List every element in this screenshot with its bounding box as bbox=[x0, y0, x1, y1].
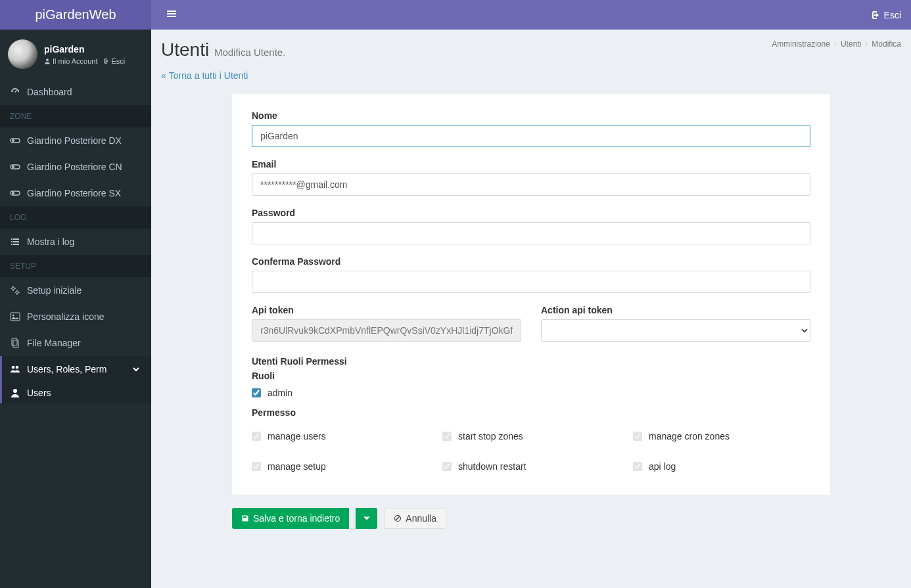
sidebar-header-setup: SETUP bbox=[0, 255, 151, 277]
permission-label-3: manage setup bbox=[268, 461, 326, 472]
sidebar-header-log: LOG bbox=[0, 206, 151, 229]
breadcrumb-current: Modifica bbox=[872, 39, 901, 49]
dashboard-icon bbox=[10, 87, 20, 97]
list-icon bbox=[10, 237, 20, 247]
breadcrumb-users[interactable]: Utenti bbox=[841, 39, 861, 49]
avatar bbox=[8, 39, 37, 69]
svg-point-6 bbox=[12, 192, 14, 194]
role-label-0: admin bbox=[268, 388, 292, 398]
permission-checkbox-4[interactable] bbox=[442, 462, 452, 471]
user-logout-link[interactable]: Esci bbox=[103, 57, 125, 65]
toggle-icon bbox=[10, 188, 20, 198]
svg-rect-12 bbox=[13, 340, 18, 348]
permission-label-0: manage users bbox=[268, 431, 326, 441]
permissions-label: Permesso bbox=[252, 407, 810, 418]
sidebar-subitem-users[interactable]: Users bbox=[0, 382, 151, 403]
save-dropdown-button[interactable] bbox=[356, 508, 377, 529]
action-api-token-label: Action api token bbox=[541, 305, 810, 315]
sidebar-item-icons[interactable]: Personalizza icone bbox=[0, 304, 151, 330]
sidebar-item-zone-0[interactable]: Giardino Posteriore DX bbox=[0, 127, 151, 154]
svg-point-7 bbox=[12, 287, 14, 290]
sidebar-item-setup[interactable]: Setup iniziale bbox=[0, 277, 151, 304]
api-token-label: Api token bbox=[252, 305, 521, 315]
permission-label-5: api log bbox=[649, 461, 676, 472]
sidebar-item-showlog[interactable]: Mostra i log bbox=[0, 229, 151, 255]
permission-checkbox-3[interactable] bbox=[252, 462, 261, 471]
name-label: Nome bbox=[252, 110, 810, 121]
svg-line-17 bbox=[396, 516, 400, 520]
sidebar-item-dashboard[interactable]: Dashboard bbox=[0, 79, 151, 105]
my-account-link[interactable]: Il mio Account bbox=[44, 57, 97, 65]
user-name: piGarden bbox=[44, 44, 125, 55]
sidebar-item-users-roles-perm[interactable]: Users, Roles, Perm bbox=[0, 356, 151, 382]
chevron-down-icon bbox=[131, 364, 141, 374]
ban-icon bbox=[394, 514, 402, 522]
svg-point-15 bbox=[13, 389, 17, 393]
api-token-input bbox=[252, 319, 521, 342]
sidebar-item-zone-1[interactable]: Giardino Posteriore CN bbox=[0, 154, 151, 180]
password-confirm-label: Conferma Password bbox=[252, 256, 810, 267]
permission-label-4: shutdown restart bbox=[458, 461, 526, 472]
permission-checkbox-0[interactable] bbox=[252, 432, 261, 441]
sign-out-icon bbox=[870, 10, 880, 20]
page-subtitle: Modifica Utente. bbox=[214, 47, 285, 58]
name-input[interactable] bbox=[252, 125, 810, 147]
logout-label: Esci bbox=[884, 10, 901, 20]
permission-label-1: start stop zones bbox=[458, 431, 523, 441]
save-icon bbox=[241, 514, 249, 522]
sidebar-item-filemanager[interactable]: File Manager bbox=[0, 330, 151, 356]
toggle-icon bbox=[10, 135, 20, 146]
user-icon bbox=[10, 388, 20, 398]
svg-point-14 bbox=[16, 366, 19, 369]
sidebar-toggle-button[interactable] bbox=[161, 3, 182, 27]
toggle-icon bbox=[10, 162, 20, 172]
caret-down-icon bbox=[363, 514, 371, 522]
roles-section-label: Utenti Ruoli Permessi bbox=[252, 356, 810, 367]
email-input[interactable] bbox=[252, 173, 810, 196]
svg-point-13 bbox=[12, 366, 15, 369]
image-icon bbox=[10, 311, 20, 322]
brand-logo[interactable]: piGardenWeb bbox=[0, 0, 151, 30]
files-icon bbox=[10, 338, 20, 348]
roles-label: Ruoli bbox=[252, 371, 810, 381]
logout-link[interactable]: Esci bbox=[870, 10, 901, 20]
svg-point-8 bbox=[16, 291, 18, 294]
user-panel: piGarden Il mio Account Esci bbox=[0, 30, 151, 79]
cancel-button[interactable]: Annulla bbox=[384, 508, 446, 529]
permission-checkbox-5[interactable] bbox=[633, 462, 642, 471]
permission-checkbox-2[interactable] bbox=[633, 432, 642, 441]
back-link[interactable]: « Torna a tutti i Utenti bbox=[161, 70, 248, 81]
group-icon bbox=[10, 364, 20, 374]
breadcrumb: Amministrazione › Utenti › Modifica bbox=[772, 39, 901, 49]
password-confirm-input[interactable] bbox=[252, 271, 810, 293]
sidebar-header-zone: ZONE bbox=[0, 105, 151, 127]
password-label: Password bbox=[252, 208, 810, 218]
email-label: Email bbox=[252, 159, 810, 170]
save-button[interactable]: Salva e torna indietro bbox=[232, 508, 349, 529]
permission-label-2: manage cron zones bbox=[649, 431, 730, 441]
svg-point-2 bbox=[12, 139, 14, 142]
breadcrumb-admin[interactable]: Amministrazione bbox=[772, 39, 830, 49]
action-api-token-select[interactable] bbox=[541, 319, 810, 342]
password-input[interactable] bbox=[252, 222, 810, 244]
bars-icon bbox=[166, 9, 177, 19]
svg-point-10 bbox=[12, 315, 14, 317]
permission-checkbox-1[interactable] bbox=[442, 432, 452, 441]
role-checkbox-0[interactable] bbox=[252, 388, 261, 397]
svg-rect-11 bbox=[12, 338, 17, 346]
svg-rect-9 bbox=[11, 313, 20, 321]
cogs-icon bbox=[10, 285, 20, 296]
sidebar-item-zone-2[interactable]: Giardino Posteriore SX bbox=[0, 180, 151, 206]
svg-point-0 bbox=[46, 58, 49, 61]
chevron-left-icon: « bbox=[161, 70, 166, 81]
svg-point-4 bbox=[12, 166, 14, 168]
